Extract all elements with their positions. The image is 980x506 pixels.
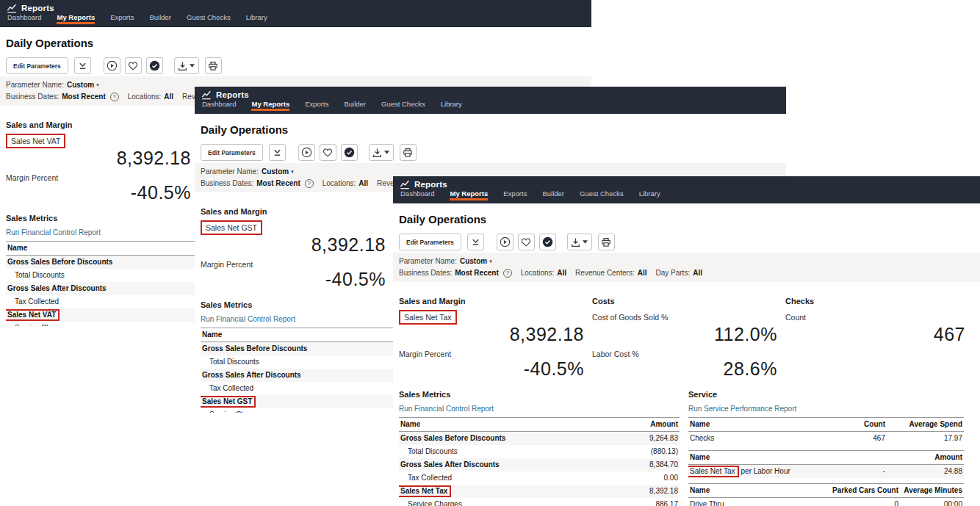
edit-parameters-button[interactable]: Edit Parameters	[6, 57, 68, 74]
download-button[interactable]	[369, 144, 394, 161]
row-name: Gross Sales After Discounts	[399, 458, 613, 471]
nav-dashboard[interactable]: Dashboard	[400, 189, 434, 200]
report-toolbar: Edit Parameters	[399, 234, 974, 250]
parameter-summary-row: Business Dates: Most Recent ? Locations:…	[399, 268, 974, 278]
favorite-button[interactable]	[320, 144, 336, 161]
nav-my-reports[interactable]: My Reports	[450, 189, 488, 200]
checks-link[interactable]: Checks	[688, 432, 810, 446]
parameter-name-dropdown[interactable]: Custom ▾	[460, 256, 492, 266]
kpi-tile-margin-percent: Margin Percent -40.5%	[6, 172, 191, 203]
download-button[interactable]	[567, 234, 592, 250]
favorite-button[interactable]	[125, 57, 142, 74]
service-drive-thru-table: Name Parked Cars Count Average Minutes D…	[688, 483, 964, 506]
total-discounts-link[interactable]: Total Discounts	[6, 269, 220, 282]
run-report-button[interactable]	[497, 234, 514, 250]
parameter-name-label: Parameter Name:	[6, 80, 64, 90]
row-name-rest: per Labor Hour	[741, 467, 790, 475]
table-header-row: Name Count Average Spend	[688, 418, 964, 432]
run-service-performance-report-link[interactable]: Run Service Performance Report	[688, 405, 964, 413]
edit-parameters-button[interactable]: Edit Parameters	[201, 144, 263, 161]
collapse-parameters-button[interactable]	[269, 144, 286, 161]
nav-builder[interactable]: Builder	[344, 100, 366, 111]
nav-exports[interactable]: Exports	[110, 13, 134, 24]
labor-cost-value: 28.6%	[592, 359, 777, 379]
info-icon[interactable]: ?	[110, 93, 119, 101]
sales-net-label-highlight-box: Sales Net GST	[201, 220, 262, 235]
chevron-underline-icon	[471, 237, 480, 247]
collapse-parameters-button[interactable]	[74, 57, 91, 74]
nav-builder[interactable]: Builder	[542, 189, 564, 200]
sales-net-value: 8,392.18	[201, 235, 386, 255]
nav-builder[interactable]: Builder	[149, 13, 171, 24]
table-row-highlighted: Sales Net Taxper Labor Hour - 24.88	[688, 465, 964, 479]
locations-value: All	[359, 178, 368, 188]
service-labor-table: Name Amount Sales Net Taxper Labor Hour …	[688, 450, 964, 478]
download-icon	[372, 148, 382, 158]
table-header-row: Name Parked Cars Count Average Minutes	[688, 484, 964, 498]
service-charges-link[interactable]: Service Charges	[399, 498, 613, 506]
kpi-sales-and-margin: Sales and Margin Sales Net GST 8,392.18 …	[201, 207, 386, 289]
app-title: Reports	[216, 90, 249, 99]
kpi-tile-margin-percent: Margin Percent -40.5%	[399, 348, 584, 379]
subscribed-button[interactable]	[341, 144, 358, 161]
heart-icon	[128, 61, 138, 71]
sales-net-label-highlight-box: Sales Net VAT	[6, 134, 65, 148]
table-row: Checks 467 17.97	[688, 432, 964, 446]
tax-collected-link[interactable]: Tax Collected	[399, 471, 613, 485]
margin-percent-label: Margin Percent	[399, 350, 451, 358]
edit-parameters-button[interactable]: Edit Parameters	[399, 234, 461, 250]
nav-guest-checks[interactable]: Guest Checks	[580, 189, 624, 200]
favorite-button[interactable]	[518, 234, 535, 250]
run-financial-control-report-link[interactable]: Run Financial Control Report	[399, 405, 680, 413]
report-actions-group	[298, 144, 358, 161]
heart-icon	[521, 237, 531, 247]
parameter-name-dropdown[interactable]: Custom ▾	[262, 167, 294, 176]
check-circle-icon	[542, 236, 553, 247]
subscribed-button[interactable]	[539, 234, 556, 250]
info-icon[interactable]: ?	[305, 179, 314, 188]
kpi-sales-and-margin: Sales and Margin Sales Net VAT 8,392.18 …	[6, 120, 191, 203]
caret-down-icon	[583, 240, 588, 244]
download-button[interactable]	[174, 57, 199, 74]
service-charges-link[interactable]: Service Charges	[6, 322, 220, 326]
nav-exports[interactable]: Exports	[503, 189, 527, 200]
run-report-button[interactable]	[298, 144, 315, 161]
app-title-row: Reports	[195, 87, 786, 99]
row-name: Gross Sales After Discounts	[201, 369, 415, 382]
kpi-tile-sales-net: Sales Net VAT 8,392.18	[6, 133, 191, 168]
report-actions-group	[104, 57, 163, 74]
print-button[interactable]	[400, 144, 417, 161]
nav-my-reports[interactable]: My Reports	[57, 13, 95, 24]
nav-dashboard[interactable]: Dashboard	[202, 100, 236, 111]
print-button[interactable]	[205, 57, 222, 74]
nav-guest-checks[interactable]: Guest Checks	[381, 100, 425, 111]
sales-net-row-highlight-box: Sales Net GST	[201, 396, 256, 408]
collapse-parameters-button[interactable]	[467, 234, 484, 250]
play-circle-icon	[500, 236, 511, 247]
info-icon[interactable]: ?	[503, 269, 512, 278]
print-button[interactable]	[598, 234, 615, 250]
nav-dashboard[interactable]: Dashboard	[7, 13, 41, 24]
nav-guest-checks[interactable]: Guest Checks	[187, 13, 231, 24]
column-header-name: Name	[688, 451, 810, 465]
cogs-label: Cost of Goods Sold %	[592, 313, 668, 322]
nav-my-reports[interactable]: My Reports	[251, 100, 289, 111]
nav-library[interactable]: Library	[639, 189, 660, 200]
sales-net-amount-link[interactable]: 8,392.18	[613, 485, 680, 498]
tax-collected-link[interactable]: Tax Collected	[6, 295, 220, 308]
margin-percent-value: -40.5%	[6, 183, 191, 203]
nav-exports[interactable]: Exports	[305, 100, 328, 111]
parameter-name-row: Parameter Name: Custom ▾	[201, 167, 780, 176]
total-discounts-link[interactable]: Total Discounts	[399, 445, 613, 458]
parameter-name-dropdown[interactable]: Custom ▾	[67, 80, 99, 90]
tax-collected-link[interactable]: Tax Collected	[201, 382, 415, 395]
kpi-tile-sales-net: Sales Net GST 8,392.18	[201, 220, 386, 255]
total-discounts-link[interactable]: Total Discounts	[201, 355, 415, 369]
subscribed-button[interactable]	[146, 57, 163, 74]
app-header: Reports Dashboard My Reports Exports Bui…	[393, 176, 980, 203]
nav-library[interactable]: Library	[441, 100, 462, 111]
run-report-button[interactable]	[104, 57, 120, 74]
nav-library[interactable]: Library	[246, 13, 267, 24]
service-charges-link[interactable]: Service Charges	[201, 408, 415, 413]
business-dates-value: Most Recent	[62, 92, 105, 101]
